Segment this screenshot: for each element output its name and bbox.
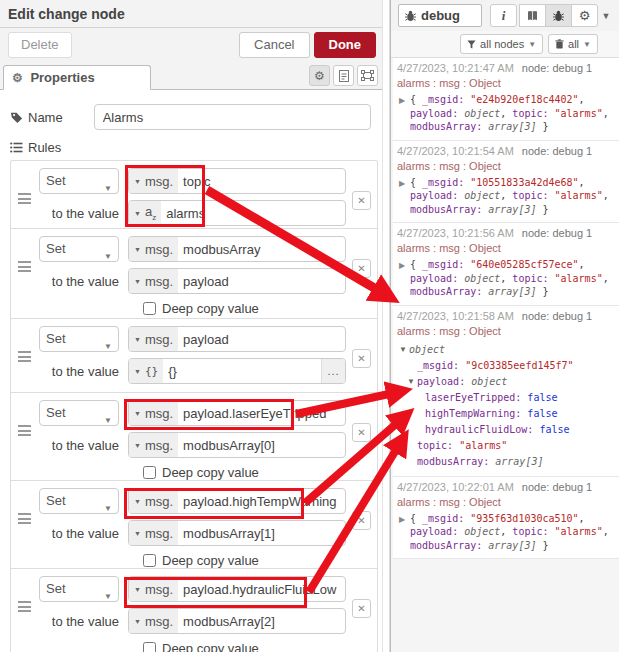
filter-nodes-button[interactable]: all nodes ▼ (460, 34, 543, 54)
property-typed-input[interactable]: ▼msg.topic (128, 168, 346, 194)
value-type-button[interactable]: ▼msg. (129, 269, 178, 293)
debug-token: } (536, 286, 548, 297)
name-input[interactable] (94, 104, 371, 130)
rule-value-row: to the value▼azalarms (39, 200, 346, 226)
drag-handle-icon[interactable] (18, 351, 31, 362)
property-typed-input[interactable]: ▼msg.modbusArray (128, 236, 346, 262)
action-select[interactable]: Set▼ (39, 168, 119, 194)
message-meta: alarms : msg : Object (397, 160, 615, 173)
debug-token: "10551833a42d4e68" (470, 177, 578, 188)
action-select[interactable]: Set▼ (39, 400, 119, 426)
value-type-button[interactable]: ▼msg. (129, 433, 178, 457)
action-select[interactable]: Set▼ (39, 326, 119, 352)
value-typed-input[interactable]: ▼azalarms (128, 200, 346, 226)
value-typed-input[interactable]: ▼msg.modbusArray[2] (128, 608, 346, 634)
tab-debug[interactable]: debug (398, 4, 482, 27)
remove-rule-button[interactable]: ✕ (352, 259, 371, 278)
value-typed-input[interactable]: ▼msg.modbusArray[0] (128, 432, 346, 458)
debug-token: { (410, 513, 422, 524)
value-typed-input[interactable]: ▼{}{}... (128, 358, 346, 384)
action-select[interactable]: Set▼ (39, 236, 119, 262)
config-tab-button[interactable]: ⚙ (571, 4, 598, 27)
tab-properties[interactable]: ⚙ Properties (3, 65, 151, 90)
rule-row-2: Set▼▼msg.modbusArrayto the value▼msg.pay… (11, 228, 377, 318)
drag-handle-icon[interactable] (18, 261, 31, 272)
to-the-value-label: to the value (39, 438, 119, 453)
expand-caret-icon[interactable]: ▶ (399, 94, 405, 108)
delete-button[interactable]: Delete (8, 32, 72, 58)
done-button[interactable]: Done (314, 32, 377, 58)
panel-resize-sash[interactable] (382, 0, 390, 652)
property-typed-input[interactable]: ▼msg.payload.laserEyeTripped (128, 400, 346, 426)
property-type-button[interactable]: ▼msg. (129, 169, 178, 193)
collapse-caret-icon[interactable]: ▼ (407, 374, 415, 390)
debug-tab-button[interactable] (545, 4, 572, 27)
property-type-button[interactable]: ▼msg. (129, 327, 178, 351)
deep-copy-checkbox[interactable] (143, 302, 156, 315)
deep-copy-checkbox[interactable] (143, 466, 156, 479)
message-node-name: node: debug 1 (522, 310, 592, 322)
deep-copy-checkbox[interactable] (143, 642, 156, 652)
help-tab-button[interactable] (519, 4, 546, 27)
value-type-button[interactable]: ▼msg. (129, 609, 178, 633)
property-type-button[interactable]: ▼msg. (129, 577, 178, 601)
action-select[interactable]: Set▼ (39, 488, 119, 514)
rule-property-row: Set▼▼msg.payload.hydraulicFluidLow (39, 576, 346, 602)
edit-properties-button[interactable]: ⚙ (309, 65, 330, 86)
drag-handle-icon[interactable] (18, 601, 31, 612)
property-typed-input[interactable]: ▼msg.payload.hydraulicFluidLow (128, 576, 346, 602)
remove-rule-button[interactable]: ✕ (352, 511, 371, 530)
tree-row: modbusArray: array[3] (397, 454, 615, 470)
value-type-button[interactable]: ▼msg. (129, 521, 178, 545)
to-the-value-label: to the value (39, 274, 119, 289)
caret-down-icon: ▼ (134, 368, 141, 375)
property-type-button[interactable]: ▼msg. (129, 489, 178, 513)
debug-token: _msgid: (422, 177, 470, 188)
message-meta: alarms : msg : Object (397, 325, 615, 338)
value-typed-input[interactable]: ▼msg.payload (128, 268, 346, 294)
value-type-button[interactable]: ▼{} (129, 359, 163, 383)
debug-token: object (471, 376, 507, 387)
sidebar-menu-caret-icon[interactable]: ▼ (598, 11, 614, 21)
action-select[interactable]: Set▼ (39, 576, 119, 602)
collapse-caret-icon[interactable]: ▼ (399, 342, 407, 358)
cancel-button[interactable]: Cancel (239, 32, 309, 58)
remove-rule-button[interactable]: ✕ (352, 599, 371, 618)
deep-copy-checkbox[interactable] (143, 554, 156, 567)
caret-down-icon: ▼ (134, 618, 141, 625)
remove-rule-button[interactable]: ✕ (352, 191, 371, 210)
info-tab-button[interactable]: i (490, 4, 517, 27)
drag-handle-icon[interactable] (18, 513, 31, 524)
message-timestamp: 4/27/2023, 10:21:47 AM (397, 62, 514, 74)
value-typed-input[interactable]: ▼msg.modbusArray[1] (128, 520, 346, 546)
deep-copy-row: Deep copy value (143, 552, 259, 568)
expand-caret-icon[interactable]: ▶ (399, 513, 405, 527)
edit-change-node-dialog: Edit change node Delete Cancel Done ⚙ Pr… (0, 0, 382, 652)
debug-token: "alarms" (555, 526, 603, 537)
expand-editor-button[interactable]: ... (321, 359, 345, 383)
dialog-toolbar: Delete Cancel Done (0, 28, 382, 62)
drag-handle-icon[interactable] (18, 193, 31, 204)
property-type-button[interactable]: ▼msg. (129, 237, 178, 261)
expand-caret-icon[interactable]: ▶ (399, 177, 405, 191)
value-type-button[interactable]: ▼az (129, 201, 161, 225)
property-type-button[interactable]: ▼msg. (129, 401, 178, 425)
debug-token: hydraulicFluidLow: (425, 424, 539, 435)
appearance-button[interactable] (357, 65, 378, 86)
rules-label: Rules (10, 140, 61, 155)
message-timestamp: 4/27/2023, 10:22:01 AM (397, 481, 514, 493)
property-typed-input[interactable]: ▼msg.payload (128, 326, 346, 352)
clear-messages-button[interactable]: all ▼ (548, 34, 598, 54)
remove-rule-button[interactable]: ✕ (352, 349, 371, 368)
drag-handle-icon[interactable] (18, 425, 31, 436)
rule-property-row: Set▼▼msg.modbusArray (39, 236, 346, 262)
debug-token: object (464, 190, 500, 201)
expand-caret-icon[interactable]: ▶ (399, 259, 405, 273)
property-typed-input[interactable]: ▼msg.payload.highTempWarning (128, 488, 346, 514)
caret-down-icon: ▼ (134, 442, 141, 449)
value-text: modbusArray[1] (178, 526, 345, 541)
remove-rule-button[interactable]: ✕ (352, 423, 371, 442)
debug-token: , (603, 190, 609, 201)
debug-token: payload: (410, 526, 464, 537)
description-button[interactable] (333, 65, 354, 86)
